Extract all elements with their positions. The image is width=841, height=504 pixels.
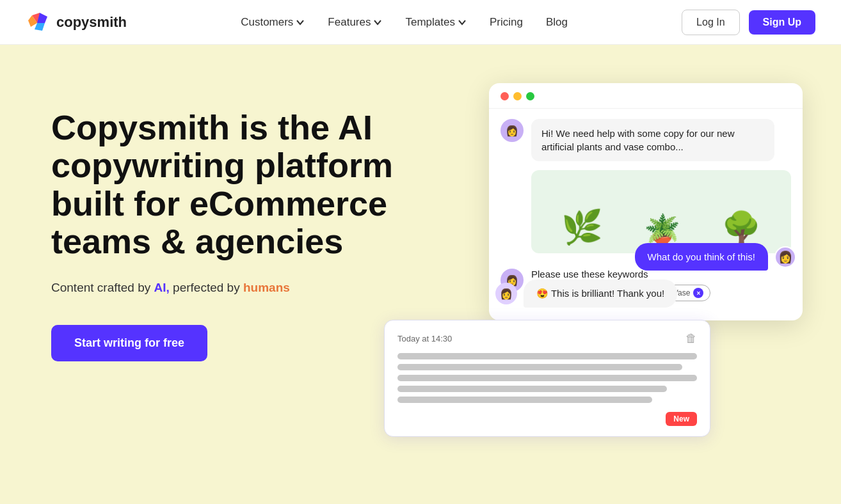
window-dot-red bbox=[501, 92, 509, 100]
hero-headline: Copysmith is the AI copywriting platform… bbox=[51, 109, 410, 261]
start-writing-button[interactable]: Start writing for free bbox=[51, 325, 207, 361]
plant-2: 🪴 bbox=[644, 212, 680, 247]
chevron-down-icon bbox=[296, 18, 305, 27]
user-avatar-1: 👩 bbox=[501, 119, 524, 142]
nav-links: Customers Features Templates Pricing Blo… bbox=[241, 16, 568, 29]
copy-line-2 bbox=[397, 364, 682, 370]
bubble-answer: 👩 😍 This is brilliant! Thank you! bbox=[489, 280, 796, 308]
window-dot-yellow bbox=[513, 92, 522, 100]
nav-link-templates[interactable]: Templates bbox=[405, 16, 466, 29]
copy-card: Today at 14:30 🗑 New bbox=[384, 320, 710, 437]
plant-images: 🌿 🪴 🌳 bbox=[531, 170, 791, 253]
hero-left: Copysmith is the AI copywriting platform… bbox=[51, 96, 410, 361]
nav-actions: Log In Sign Up bbox=[682, 10, 815, 35]
copy-line-5 bbox=[397, 397, 652, 403]
trash-icon[interactable]: 🗑 bbox=[685, 332, 697, 345]
chat-titlebar bbox=[489, 83, 803, 109]
message-bubble-1: Hi! We need help with some copy for our … bbox=[531, 119, 774, 161]
login-button[interactable]: Log In bbox=[682, 10, 739, 35]
bubble-right-avatar: 👩 bbox=[774, 246, 796, 268]
chevron-down-icon bbox=[373, 18, 382, 27]
navbar: copysmith Customers Features Templates P… bbox=[0, 0, 841, 45]
copy-line-3 bbox=[397, 375, 697, 381]
copy-lines bbox=[397, 353, 697, 403]
new-badge: New bbox=[666, 412, 697, 426]
nav-link-features[interactable]: Features bbox=[328, 16, 382, 29]
plant-3: 🌳 bbox=[721, 210, 761, 247]
copy-line-1 bbox=[397, 353, 697, 359]
copy-card-time: Today at 14:30 bbox=[397, 334, 452, 343]
nav-link-blog[interactable]: Blog bbox=[546, 16, 568, 29]
signup-button[interactable]: Sign Up bbox=[749, 10, 815, 35]
bubble-answer-text: 😍 This is brilliant! Thank you! bbox=[524, 280, 677, 308]
chat-message-1: 👩 Hi! We need help with some copy for ou… bbox=[489, 109, 803, 168]
hero-right: 👩 Hi! We need help with some copy for ou… bbox=[410, 83, 803, 320]
hero-subtext: Content crafted by AI, perfected by huma… bbox=[51, 279, 410, 297]
plant-1: 🌿 bbox=[561, 208, 603, 247]
window-dot-green bbox=[526, 92, 534, 100]
bubble-left-avatar: 👩 bbox=[495, 283, 517, 304]
logo-icon bbox=[26, 10, 50, 35]
logo-text: copysmith bbox=[56, 14, 127, 31]
nav-link-pricing[interactable]: Pricing bbox=[490, 16, 523, 29]
copy-line-4 bbox=[397, 386, 667, 392]
bubble-question: What do you think of this! 👩 bbox=[489, 243, 796, 271]
chevron-down-icon bbox=[458, 18, 467, 27]
nav-link-customers[interactable]: Customers bbox=[241, 16, 305, 29]
copy-card-header: Today at 14:30 🗑 bbox=[397, 332, 697, 345]
logo[interactable]: copysmith bbox=[26, 10, 127, 35]
hero-section: Copysmith is the AI copywriting platform… bbox=[0, 45, 841, 504]
chat-bubbles: What do you think of this! 👩 👩 😍 This is… bbox=[483, 243, 803, 308]
bubble-question-text: What do you think of this! bbox=[635, 243, 768, 271]
